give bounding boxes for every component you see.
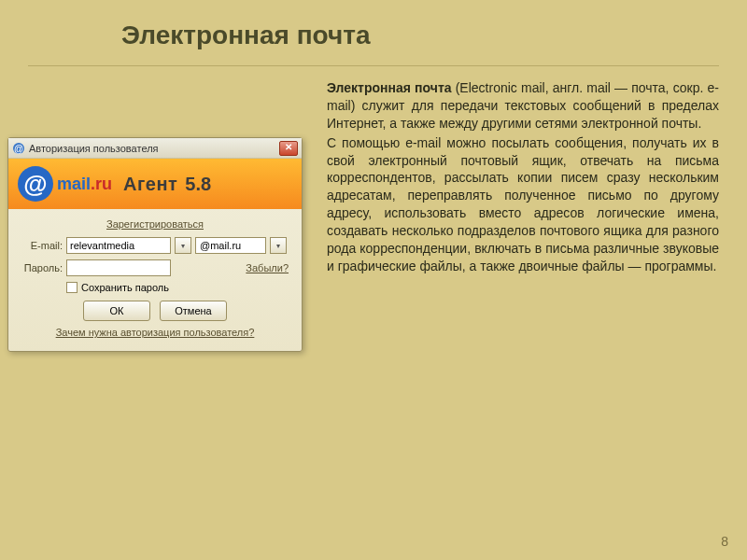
domain-select[interactable]: @mail.ru (195, 237, 266, 254)
register-link[interactable]: Зарегистрироваться (106, 218, 204, 230)
email-history-dropdown[interactable]: ▾ (175, 237, 191, 254)
email-row: E-mail: ▾ @mail.ru ▾ (21, 237, 289, 254)
password-label: Пароль: (21, 262, 63, 273)
email-input[interactable] (66, 237, 171, 254)
password-input[interactable] (66, 259, 171, 276)
auth-form: Зарегистрироваться E-mail: ▾ @mail.ru ▾ … (8, 209, 302, 351)
titlebar: @ Авторизация пользователя ✕ (8, 138, 302, 159)
content-area: @ Авторизация пользователя ✕ @ mail.ru А… (0, 66, 747, 275)
why-auth-link[interactable]: Зачем нужна авторизация пользователя? (56, 327, 255, 338)
footer-row: Зачем нужна авторизация пользователя? (21, 327, 289, 345)
remember-label: Сохранить пароль (81, 282, 169, 293)
p1-lead: Электронная почта (327, 80, 452, 95)
brand-version: 5.8 (185, 174, 211, 195)
brand-mail: mail (57, 175, 91, 193)
at-icon: @ (18, 166, 53, 202)
domain-dropdown[interactable]: ▾ (270, 237, 287, 254)
cancel-button[interactable]: Отмена (160, 301, 227, 321)
titlebar-text: Авторизация пользователя (29, 143, 275, 154)
close-button[interactable]: ✕ (279, 141, 298, 156)
paragraph-1: Электронная почта (Electronic mail, англ… (327, 79, 719, 133)
ok-button[interactable]: ОК (83, 301, 150, 321)
app-icon: @ (12, 142, 25, 155)
slide-title: Электронная почта (0, 0, 747, 50)
brand-banner: @ mail.ru Агент 5.8 (8, 159, 302, 209)
text-column: Электронная почта (Electronic mail, англ… (327, 79, 719, 275)
email-label: E-mail: (21, 240, 63, 251)
svg-text:@: @ (14, 144, 23, 154)
domain-value: @mail.ru (200, 240, 241, 251)
remember-checkbox[interactable] (66, 282, 78, 293)
password-row: Пароль: Забыли? (21, 259, 289, 276)
brand-ru: ru (95, 175, 112, 193)
register-row: Зарегистрироваться (21, 218, 289, 230)
button-row: ОК Отмена (21, 301, 289, 321)
auth-dialog: @ Авторизация пользователя ✕ @ mail.ru А… (7, 137, 303, 352)
brand-agent: Агент (123, 174, 177, 195)
page-number: 8 (721, 534, 728, 549)
paragraph-2: С помощью e-mail можно посылать сообщени… (327, 134, 719, 275)
remember-row: Сохранить пароль (21, 282, 289, 293)
forgot-link[interactable]: Забыли? (246, 262, 289, 273)
